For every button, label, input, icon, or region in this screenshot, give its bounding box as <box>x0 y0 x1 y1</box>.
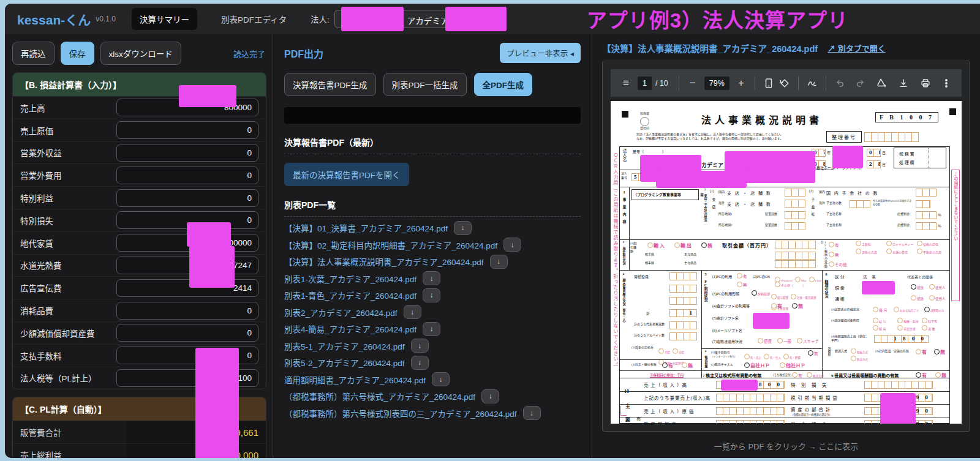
download-button[interactable]: ↓ <box>503 238 521 252</box>
tax-office-box: 税 務 署 処 理 欄 <box>894 148 946 168</box>
download-button[interactable]: ↓ <box>523 406 541 420</box>
open-latest-report-button[interactable]: 最新の決算報告書PDFを開く <box>284 163 409 186</box>
pl-auto-label: 販管費合計 <box>13 421 127 443</box>
pl-input-field[interactable]: 0 <box>116 144 258 162</box>
zoom-in-icon[interactable]: + <box>733 75 749 91</box>
pdf-file-link[interactable]: （都税事務所）第六号様式別表四の三_アカデミア_260424.pdf <box>284 407 517 419</box>
download-button[interactable]: ↓ <box>411 356 429 370</box>
corporation-select[interactable]: アカデミア <box>334 10 501 28</box>
all-pdf-generate-button[interactable]: 全PDF生成 <box>474 73 533 96</box>
pl-input-field[interactable]: 0 <box>116 121 258 139</box>
pl-input-label: 水道光熱費 <box>20 259 62 271</box>
hojin-bango-label: 法人番号 <box>621 172 628 180</box>
form-option: 給与管理 <box>771 296 788 299</box>
app-window: kessan-くん v0.1.0 決算サマリー 別表PDFエディタ 法人: アカ… <box>5 4 980 458</box>
top-bar: kessan-くん v0.1.0 決算サマリー 別表PDFエディタ 法人: アカ… <box>5 4 980 34</box>
pdf-file-link[interactable]: 別表4-簡易_アカデミア_260424.pdf <box>284 323 417 335</box>
pl-input-row: 営業外収益 0 <box>13 141 266 164</box>
pdf-file-row: 別表5-1_アカデミア_260424.pdf ↓ <box>284 340 581 351</box>
download-button[interactable]: ↓ <box>423 322 440 336</box>
pdf-page: 税務署 受付印 法人事業概況説明書 F B 1 0 0 7 別添「法人事業概況説… <box>611 101 962 424</box>
download-button[interactable]: ↓ <box>404 305 421 319</box>
download-icon: ↓ <box>497 257 500 266</box>
pl-input-field[interactable]: 0 <box>116 302 258 320</box>
section3-label: 3 海外取引状況 <box>621 241 625 269</box>
form-option: 証券の売買 <box>856 249 884 254</box>
save-button[interactable]: 保存 <box>61 42 94 65</box>
download-button[interactable]: ↓ <box>423 271 440 285</box>
download-button[interactable]: ↓ <box>411 339 429 353</box>
preview-toggle-button[interactable]: プレビュー非表示 ◂ <box>500 43 581 63</box>
form-option: 手数料 <box>856 241 884 246</box>
pl-input-field[interactable]: 0 <box>116 324 258 342</box>
pdf-file-link[interactable]: 【決算】01_決算書_アカデミア_260424.pdf <box>284 222 448 234</box>
download-button[interactable]: ↓ <box>454 221 472 235</box>
form-option: Linux <box>809 279 823 282</box>
zoom-out-icon[interactable]: − <box>685 75 701 91</box>
download-pdf-icon[interactable] <box>895 75 911 91</box>
pdf-file-link[interactable]: 別表1-次葉_アカデミア_260424.pdf <box>284 272 417 285</box>
pl-input-field[interactable]: 2414 <box>116 279 258 297</box>
s10-row-label: 売 上（ 収 入 ）原 価 <box>619 408 716 414</box>
yago-label: 屋号（ ） <box>633 149 666 154</box>
download-button[interactable]: ↓ <box>432 372 450 386</box>
download-icon: ↓ <box>418 358 421 367</box>
form-option: 在庫・販売管理 <box>791 296 816 299</box>
tab-kessan-summary[interactable]: 決算サマリー <box>132 8 197 30</box>
pdf-file-link[interactable]: 別表1-青色_アカデミア_260424.pdf <box>284 289 417 301</box>
binding-notice: この用紙にとじこまないでください <box>951 170 960 301</box>
section5-label: 5 PC利用状況 <box>703 272 709 334</box>
s10-row-label: 資 産 の 部 合 計（負債の部合計＋純資産の部合計） <box>785 406 864 416</box>
xlsx-download-button[interactable]: xlsxダウンロード <box>100 42 181 65</box>
pdf-file-link[interactable]: 【決算】02_勘定科目内訳明細書_アカデミア_260424.pdf <box>284 239 497 251</box>
pdf-file-link[interactable]: 適用額明細書_アカデミア_260424.pdf <box>284 373 426 386</box>
pdf-file-link[interactable]: 別表2_アカデミア_260424.pdf <box>284 306 398 318</box>
form-option: 有・仕入 <box>764 356 781 359</box>
section2-label: 2 支店・子会社の状況 <box>703 188 707 237</box>
section8-label: 8 経理の状況 <box>824 272 829 346</box>
open-in-new-tab-link[interactable]: ↗ 別タブで開く <box>827 42 886 54</box>
download-button[interactable]: ↓ <box>423 288 440 302</box>
pl-input-label: 広告宣伝費 <box>20 282 62 294</box>
menu-icon[interactable]: ≡ <box>618 75 634 91</box>
pdf-file-link[interactable]: 別表5-2_アカデミア_260424.pdf <box>284 356 405 369</box>
zaimu-selected: 財務管理 <box>752 290 770 296</box>
pdf-footer-hint: 一覧から PDF をクリック → ここに表示 <box>602 440 970 452</box>
pl-input-field[interactable]: 0 <box>116 167 258 184</box>
input-panel: 再読込 保存 xlsxダウンロード 読込完了 【B. 損益計算書（入力）】 売上… <box>5 34 273 458</box>
zoom-level[interactable]: 79% <box>704 77 729 90</box>
redo-icon[interactable] <box>853 75 869 91</box>
download-button[interactable]: ↓ <box>481 389 499 403</box>
pdf-file-row: 別表1-青色_アカデミア_260424.pdf ↓ <box>284 290 581 301</box>
main-area: 再読込 保存 xlsxダウンロード 読込完了 【B. 損益計算書（入力）】 売上… <box>5 34 980 458</box>
form-option: 月給 <box>658 351 670 354</box>
pdf-file-link[interactable]: 【決算】法人事業概況説明書_アカデミア_260424.pdf <box>284 255 484 268</box>
pdf-file-row: 別表2_アカデミア_260424.pdf ↓ <box>284 306 581 318</box>
fit-page-icon[interactable] <box>761 75 777 91</box>
pl-input-field[interactable]: 7247 <box>116 257 258 274</box>
page-number-input[interactable]: 1 <box>638 77 652 90</box>
s10-unit-note: ※各科目の単位：千円 <box>650 373 684 378</box>
form-option: 不動産の売買 <box>917 249 945 254</box>
download-button[interactable]: ↓ <box>490 255 508 269</box>
redaction-blob <box>753 313 790 329</box>
reload-button[interactable]: 再読込 <box>12 42 55 65</box>
pdf-file-row: 別表1-次葉_アカデミア_260424.pdf ↓ <box>284 272 581 284</box>
more-options-icon[interactable] <box>938 75 954 91</box>
tab-beppyo-pdf-editor[interactable]: 別表PDFエディタ <box>213 8 295 30</box>
print-icon[interactable] <box>918 75 933 91</box>
seiri-bango: 整理番号 <box>826 131 919 143</box>
pc6-label: (6)メールソフト名 <box>712 328 742 333</box>
beppyo-pdf-batch-button[interactable]: 別表PDF一括生成 <box>383 73 467 96</box>
pdf-file-link[interactable]: （都税事務所）第六号様式_アカデミア_260424.pdf <box>284 390 475 402</box>
kansa-none-selected: 無 <box>934 348 945 355</box>
undo-icon[interactable] <box>832 75 848 91</box>
signature-icon[interactable] <box>873 75 889 91</box>
rotate-icon[interactable] <box>777 75 793 91</box>
report-pdf-generate-button[interactable]: 決算報告書PDF生成 <box>284 73 376 96</box>
redaction-blob <box>656 171 747 188</box>
pl-input-field[interactable]: 0 <box>116 189 258 207</box>
annotate-icon[interactable] <box>804 75 820 91</box>
pl-input-label: 売上高 <box>20 102 45 114</box>
pdf-file-link[interactable]: 別表5-1_アカデミア_260424.pdf <box>284 340 405 352</box>
